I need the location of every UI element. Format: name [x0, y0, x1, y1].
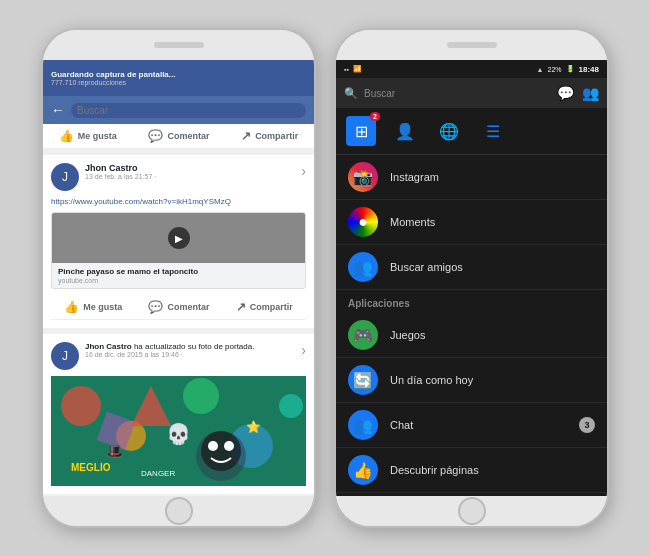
back-arrow-icon[interactable]: ← — [51, 102, 65, 118]
fb-top-bar: Guardando captura de pantalla... 777.710… — [43, 60, 314, 96]
home-button-left[interactable] — [165, 497, 193, 525]
preview-url-1: youtube.com — [52, 277, 305, 288]
chat-icon: 👥 — [348, 410, 378, 440]
like-label-2: Me gusta — [83, 302, 122, 312]
svg-text:MEGLIO: MEGLIO — [71, 462, 111, 473]
post-action-2: ha actualizado su foto de portada. — [134, 342, 255, 351]
menu-item-games[interactable]: 🎮 Juegos — [336, 313, 607, 358]
share-icon: ↗ — [241, 129, 251, 143]
left-phone: Guardando captura de pantalla... 777.710… — [41, 28, 316, 528]
play-button[interactable]: ▶ — [168, 227, 190, 249]
home-button-right[interactable] — [458, 497, 486, 525]
post-image-doodle: MEGLIO DANGER 💀 🎩 ⭐ — [51, 376, 306, 486]
status-right: ▲ 22% 🔋 18:48 — [537, 65, 599, 74]
svg-text:🎩: 🎩 — [106, 443, 124, 460]
svg-text:💀: 💀 — [166, 422, 191, 446]
nav-friends-icon[interactable]: 👤 — [390, 116, 420, 146]
menu-item-day[interactable]: 🔄 Un día como hoy — [336, 358, 607, 403]
recording-title: Guardando captura de pantalla... — [51, 70, 306, 79]
post-date-2: 16 de dic. de 2015 a las 19:46 · — [85, 351, 295, 358]
svg-text:⭐: ⭐ — [246, 419, 261, 434]
svg-point-13 — [224, 441, 234, 451]
menu-item-places[interactable]: 📍 Lugares cercanos — [336, 493, 607, 496]
comment-label-2: Comentar — [167, 302, 209, 312]
comment-button[interactable]: 💬 Comentar — [148, 129, 209, 143]
svg-point-1 — [61, 386, 101, 426]
time-label: 18:48 — [579, 65, 599, 74]
left-screen: Guardando captura de pantalla... 777.710… — [43, 60, 314, 496]
fb-dark-nav: ⊞ 2 👤 🌐 ☰ — [336, 108, 607, 155]
post-author-name-2: Jhon Castro — [85, 342, 132, 351]
avatar-1: J — [51, 163, 79, 191]
like-icon: 👍 — [59, 129, 74, 143]
menu-item-moments[interactable]: ● Moments — [336, 200, 607, 245]
svg-point-7 — [279, 394, 303, 418]
menu-item-instagram[interactable]: 📸 Instagram — [336, 155, 607, 200]
left-phone-top — [43, 30, 314, 60]
like-icon-2: 👍 — [64, 300, 79, 314]
menu-section-apps: 🎮 Juegos 🔄 Un día como hoy 👥 Chat 3 👍 De… — [336, 313, 607, 496]
chat-label: Chat — [390, 419, 567, 431]
search-icon: 🔍 — [344, 87, 358, 100]
post-author-1: Jhon Castro — [85, 163, 295, 173]
like-button-2[interactable]: 👍 Me gusta — [64, 300, 122, 314]
menu-item-chat[interactable]: 👥 Chat 3 — [336, 403, 607, 448]
action-bar: 👍 Me gusta 💬 Comentar ↗ Compartir — [43, 124, 314, 149]
recording-views: 777.710 reproducciones — [51, 79, 306, 86]
speaker-right — [447, 42, 497, 48]
menu-item-pages[interactable]: 👍 Descubrir páginas — [336, 448, 607, 493]
chat-badge: 3 — [579, 417, 595, 433]
dark-search-bar: 🔍 Buscar 💬 👥 — [336, 78, 607, 108]
search-input[interactable] — [71, 103, 306, 118]
share-button[interactable]: ↗ Compartir — [241, 129, 298, 143]
find-friends-label: Buscar amigos — [390, 261, 595, 273]
nav-menu-icon[interactable]: ☰ — [478, 116, 508, 146]
battery-label: 22% — [548, 66, 562, 73]
find-friends-icon: 👥 — [348, 252, 378, 282]
right-phone-bottom — [336, 496, 607, 526]
signal-icon: 📶 — [353, 65, 362, 73]
post-card-1: J Jhon Castro 13 de feb. a las 21:57 · ›… — [43, 155, 314, 328]
post-meta-1: Jhon Castro 13 de feb. a las 21:57 · — [85, 163, 295, 180]
speaker — [154, 42, 204, 48]
messenger-icon[interactable]: 💬 — [557, 85, 574, 101]
post-card-2: J Jhon Castro ha actualizado su foto de … — [43, 334, 314, 494]
right-phone-top — [336, 30, 607, 60]
battery-icon: 🔋 — [566, 65, 575, 73]
games-label: Juegos — [390, 329, 595, 341]
like-button[interactable]: 👍 Me gusta — [59, 129, 117, 143]
share-button-2[interactable]: ↗ Compartir — [236, 300, 293, 314]
avatar-2: J — [51, 342, 79, 370]
comment-icon-2: 💬 — [148, 300, 163, 314]
pages-label: Descubrir páginas — [390, 464, 595, 476]
post-preview-1[interactable]: ▶ Pinche payaso se mamo el taponcito you… — [51, 212, 306, 289]
moments-label: Moments — [390, 216, 595, 228]
sim-icon: ▪▪ — [344, 66, 349, 73]
post-author-2: Jhon Castro ha actualizado su foto de po… — [85, 342, 295, 351]
svg-point-12 — [208, 441, 218, 451]
menu-item-find-friends[interactable]: 👥 Buscar amigos — [336, 245, 607, 290]
comment-button-2[interactable]: 💬 Comentar — [148, 300, 209, 314]
menu-section-1: 📸 Instagram ● Moments 👥 Buscar amigos — [336, 155, 607, 290]
people-icon[interactable]: 👥 — [582, 85, 599, 101]
post-link-1[interactable]: https://www.youtube.com/watch?v=ikH1mqYS… — [51, 197, 306, 206]
wifi-icon: ▲ — [537, 66, 544, 73]
chevron-right-icon: › — [301, 163, 306, 179]
left-phone-bottom — [43, 496, 314, 526]
share-icon-2: ↗ — [236, 300, 246, 314]
day-icon: 🔄 — [348, 365, 378, 395]
nav-badge: 2 — [370, 112, 380, 121]
post-meta-2: Jhon Castro ha actualizado su foto de po… — [85, 342, 295, 358]
nav-globe-icon[interactable]: 🌐 — [434, 116, 464, 146]
games-icon: 🎮 — [348, 320, 378, 350]
fb-search-bar: ← — [43, 96, 314, 124]
svg-point-11 — [201, 431, 241, 471]
post-header-1: J Jhon Castro 13 de feb. a las 21:57 · › — [51, 163, 306, 191]
post-header-2: J Jhon Castro ha actualizado su foto de … — [51, 342, 306, 370]
pages-icon: 👍 — [348, 455, 378, 485]
share-label: Compartir — [255, 131, 298, 141]
status-bar: ▪▪ 📶 ▲ 22% 🔋 18:48 — [336, 60, 607, 78]
comment-icon: 💬 — [148, 129, 163, 143]
search-placeholder-text[interactable]: Buscar — [364, 88, 395, 99]
comment-label: Comentar — [167, 131, 209, 141]
